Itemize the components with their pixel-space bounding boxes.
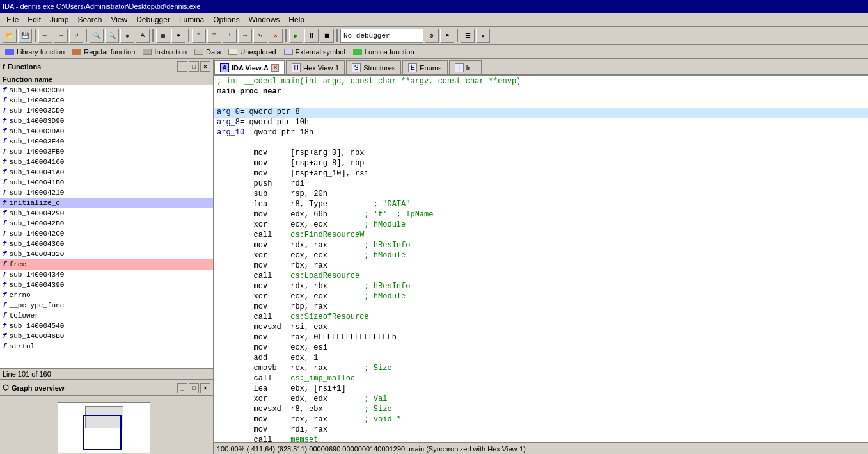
graph-minimize-btn[interactable]: _: [177, 383, 187, 393]
toolbar-btn-stop[interactable]: ⏹: [320, 29, 334, 43]
menubar-item-jump[interactable]: Jump: [46, 14, 72, 26]
func-name: __pctype_func: [10, 302, 65, 309]
toolbar-btn-save[interactable]: 💾: [18, 29, 32, 43]
toolbar-btn-list[interactable]: ≡: [192, 29, 206, 43]
toolbar-btn-graph[interactable]: ▦: [156, 29, 170, 43]
func-item[interactable]: f sub_140004340: [0, 270, 213, 280]
code-line: mov edx, 66h ; 'f' ; lpName: [214, 210, 868, 220]
func-item[interactable]: f sub_140004300: [0, 239, 213, 249]
func-item[interactable]: f sub_140003D90: [0, 116, 213, 126]
tab-enums[interactable]: EEnums: [402, 60, 447, 74]
func-item[interactable]: f __pctype_func: [0, 300, 213, 311]
func-name: sub_1400042B0: [10, 220, 65, 227]
func-item[interactable]: f sub_1400041B0: [0, 177, 213, 188]
func-item[interactable]: f sub_1400042B0: [0, 218, 213, 229]
func-item[interactable]: f sub_140003CC0: [0, 95, 213, 106]
menubar-item-file[interactable]: File: [3, 14, 22, 26]
menubar-item-options[interactable]: Options: [209, 14, 243, 26]
toolbar-btn-open[interactable]: 📂: [3, 29, 17, 43]
tab-hexview1[interactable]: HHex View-1: [286, 60, 345, 74]
graph-restore-btn[interactable]: □: [189, 383, 199, 393]
func-icon: f: [3, 138, 7, 145]
toolbar-btn-arr2[interactable]: ⤷: [253, 29, 267, 43]
toolbar-btn-plus[interactable]: +: [223, 29, 237, 43]
func-item[interactable]: f free: [0, 259, 213, 270]
func-item[interactable]: f sub_140004320: [0, 249, 213, 259]
func-item[interactable]: f sub_140004290: [0, 208, 213, 218]
func-item[interactable]: f sub_140003F40: [0, 136, 213, 147]
debugger-dropdown[interactable]: No debugger: [340, 29, 423, 43]
code-line: main proc near: [214, 87, 868, 97]
menubar-item-windows[interactable]: Windows: [245, 14, 284, 26]
func-item[interactable]: f sub_140003DA0: [0, 126, 213, 136]
graph-close-btn[interactable]: ×: [200, 383, 210, 393]
legend-unexplored-color: [228, 49, 237, 55]
menubar-item-edit[interactable]: Edit: [24, 14, 45, 26]
toolbar-btn-nav[interactable]: ⤶: [69, 29, 83, 43]
func-item[interactable]: f sub_140004210: [0, 188, 213, 198]
code-line: [214, 97, 868, 108]
functions-close-btn[interactable]: ×: [200, 61, 210, 72]
func-name: initialize_c: [10, 199, 60, 207]
toolbar-btn-circle[interactable]: ●: [171, 29, 185, 43]
toolbar-btn-2[interactable]: 🔍: [105, 29, 119, 43]
func-item[interactable]: f initialize_c: [0, 198, 213, 208]
func-name: sub_140003CB0: [10, 86, 65, 94]
func-item[interactable]: f tolower: [0, 311, 213, 321]
func-icon: f: [3, 127, 7, 135]
toolbar-btn-x[interactable]: ✕: [269, 29, 283, 43]
right-panel: AIDA View-A✕HHex View-1SStructuresEEnums…: [214, 59, 868, 454]
tab-ir[interactable]: IIr...: [449, 60, 482, 74]
func-item[interactable]: f errno: [0, 290, 213, 300]
func-icon: f: [3, 199, 7, 207]
func-item[interactable]: f sub_1400042C0: [0, 229, 213, 239]
toolbar-btn-debug2[interactable]: ⚑: [440, 29, 454, 43]
func-name: sub_140004160: [10, 158, 65, 166]
toolbar-btn-list2[interactable]: ≡: [207, 29, 221, 43]
toolbar-btn-play[interactable]: ▶: [289, 29, 303, 43]
tabs-row: AIDA View-A✕HHex View-1SStructuresEEnums…: [214, 59, 868, 76]
functions-list[interactable]: f sub_140003CB0f sub_140003CC0f sub_1400…: [0, 85, 213, 368]
code-area[interactable]: ; int __cdecl main(int argc, const char …: [214, 76, 868, 442]
func-item[interactable]: f sub_1400046B0: [0, 331, 213, 341]
toolbar-btn-pause[interactable]: ⏸: [304, 29, 319, 43]
legend-library: Library function: [5, 48, 65, 56]
code-line: call cs:SizeofResource: [214, 312, 868, 323]
toolbar-btn-1[interactable]: 🔍: [90, 29, 104, 43]
toolbar-btn-3[interactable]: ◈: [120, 29, 134, 43]
func-item[interactable]: f sub_140003FB0: [0, 147, 213, 157]
toolbar-btn-fwd[interactable]: →: [54, 29, 68, 43]
func-item[interactable]: f sub_140004390: [0, 280, 213, 290]
functions-restore-btn[interactable]: □: [189, 61, 199, 72]
toolbar-btn-lum1[interactable]: ☰: [461, 29, 475, 43]
func-name: sub_140004210: [10, 189, 65, 197]
code-line: [214, 138, 868, 149]
func-name: sub_140003F40: [10, 138, 65, 145]
toolbar-sep3: [152, 29, 154, 42]
menubar: FileEditJumpSearchViewDebuggerLuminaOpti…: [0, 13, 868, 27]
titlebar: IDA - dennis.exe C:\Users\Administrator\…: [0, 0, 868, 13]
toolbar-btn-4[interactable]: A: [136, 29, 150, 43]
tab-close-btn[interactable]: ✕: [271, 64, 279, 72]
func-item[interactable]: f sub_140004540: [0, 321, 213, 331]
toolbar-btn-back[interactable]: ←: [38, 29, 52, 43]
func-item[interactable]: f strtol: [0, 341, 213, 352]
menubar-item-debugger[interactable]: Debugger: [132, 14, 174, 26]
toolbar-btn-debug1[interactable]: ⚙: [425, 29, 439, 43]
func-item[interactable]: f sub_140004160: [0, 157, 213, 167]
tab-label: Ir...: [466, 64, 476, 72]
menubar-item-view[interactable]: View: [107, 14, 131, 26]
toolbar-btn-arr[interactable]: →: [238, 29, 252, 43]
func-item[interactable]: f sub_1400041A0: [0, 167, 213, 177]
legend-library-color: [5, 49, 14, 55]
tab-idaviewa[interactable]: AIDA View-A✕: [214, 60, 285, 74]
toolbar-btn-lum2[interactable]: ★: [476, 29, 490, 43]
functions-minimize-btn[interactable]: _: [177, 61, 187, 72]
graph-panel-controls: _ □ ×: [177, 383, 210, 393]
func-item[interactable]: f sub_140003CD0: [0, 106, 213, 116]
menubar-item-lumina[interactable]: Lumina: [175, 14, 208, 26]
tab-structures[interactable]: SStructures: [346, 60, 401, 74]
menubar-item-search[interactable]: Search: [74, 14, 106, 26]
func-item[interactable]: f sub_140003CB0: [0, 85, 213, 95]
menubar-item-help[interactable]: Help: [285, 14, 308, 26]
